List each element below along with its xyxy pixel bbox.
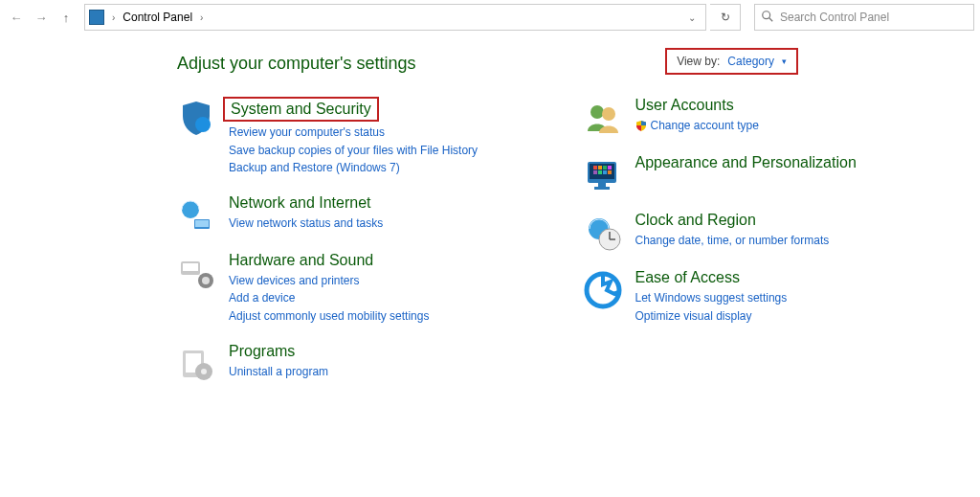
svg-rect-5 xyxy=(195,220,209,227)
category-system-security: System and Security Review your computer… xyxy=(177,97,555,177)
svg-rect-20 xyxy=(603,166,607,169)
svg-point-14 xyxy=(590,105,604,119)
svg-rect-25 xyxy=(608,170,612,174)
category-title-system-security[interactable]: System and Security xyxy=(223,97,379,122)
category-title-ease-of-access[interactable]: Ease of Access xyxy=(635,269,740,286)
category-link[interactable]: Optimize visual display xyxy=(635,307,788,326)
svg-point-9 xyxy=(202,277,210,284)
svg-rect-24 xyxy=(603,170,607,174)
view-by-value[interactable]: Category xyxy=(727,55,774,68)
shield-icon xyxy=(635,119,647,137)
search-icon xyxy=(761,10,774,26)
control-panel-icon xyxy=(89,10,104,25)
user-accounts-icon xyxy=(584,99,622,137)
category-link[interactable]: Let Windows suggest settings xyxy=(635,289,788,307)
svg-line-1 xyxy=(769,17,773,21)
svg-rect-18 xyxy=(593,166,597,169)
system-security-icon xyxy=(177,99,215,137)
category-ease-of-access: Ease of Access Let Windows suggest setti… xyxy=(584,269,962,325)
page-title: Adjust your computer's settings xyxy=(177,54,961,74)
category-link[interactable]: Change date, time, or number formats xyxy=(635,232,830,250)
search-input[interactable] xyxy=(780,11,968,24)
category-link[interactable]: Review your computer's status xyxy=(229,124,478,142)
chevron-right-icon[interactable]: › xyxy=(198,12,205,23)
category-title-network-internet[interactable]: Network and Internet xyxy=(229,194,371,212)
category-title-clock-region[interactable]: Clock and Region xyxy=(635,212,756,229)
up-button[interactable]: ↑ xyxy=(56,7,77,28)
view-by-label: View by: xyxy=(677,55,720,68)
clock-region-icon xyxy=(584,214,622,252)
category-column-right: User Accounts Change account type Appear… xyxy=(584,97,962,400)
svg-rect-22 xyxy=(593,170,597,174)
svg-rect-21 xyxy=(608,166,612,169)
category-network-internet: Network and Internet View network status… xyxy=(177,194,555,235)
svg-rect-27 xyxy=(594,187,610,190)
category-link-text: Change account type xyxy=(651,119,759,132)
svg-rect-7 xyxy=(183,263,198,271)
programs-icon xyxy=(177,345,215,383)
svg-point-15 xyxy=(602,107,615,121)
category-link[interactable]: Uninstall a program xyxy=(229,363,328,381)
svg-point-13 xyxy=(201,369,207,374)
category-link[interactable]: View devices and printers xyxy=(229,272,429,290)
svg-point-2 xyxy=(195,117,211,132)
view-by-selector[interactable]: View by: Category ▾ xyxy=(665,48,798,75)
svg-point-0 xyxy=(763,11,770,18)
category-link[interactable]: Change account type xyxy=(635,117,759,137)
svg-rect-23 xyxy=(598,170,602,174)
chevron-down-icon[interactable]: ⌄ xyxy=(682,12,702,23)
refresh-button[interactable]: ↻ xyxy=(710,4,741,31)
category-programs: Programs Uninstall a program xyxy=(177,343,555,383)
category-user-accounts: User Accounts Change account type xyxy=(584,97,962,137)
category-title-appearance[interactable]: Appearance and Personalization xyxy=(635,154,857,171)
back-button[interactable]: ← xyxy=(6,7,27,28)
address-bar[interactable]: › Control Panel › ⌄ xyxy=(84,4,706,31)
breadcrumb-root[interactable]: Control Panel xyxy=(122,11,192,24)
chevron-down-icon[interactable]: ▾ xyxy=(782,56,787,66)
category-title-user-accounts[interactable]: User Accounts xyxy=(635,97,734,114)
category-appearance-personalization: Appearance and Personalization xyxy=(584,154,962,194)
hardware-sound-icon xyxy=(177,254,215,292)
appearance-personalization-icon xyxy=(584,156,622,194)
forward-button[interactable]: → xyxy=(31,7,52,28)
category-clock-region: Clock and Region Change date, time, or n… xyxy=(584,212,962,252)
category-link[interactable]: Adjust commonly used mobility settings xyxy=(229,307,429,326)
category-title-hardware-sound[interactable]: Hardware and Sound xyxy=(229,252,373,269)
category-link[interactable]: View network status and tasks xyxy=(229,215,383,233)
category-title-programs[interactable]: Programs xyxy=(229,343,295,360)
chevron-right-icon[interactable]: › xyxy=(110,12,117,23)
category-link[interactable]: Add a device xyxy=(229,289,429,307)
search-box[interactable] xyxy=(754,4,974,31)
ease-of-access-icon xyxy=(584,271,622,309)
category-hardware-sound: Hardware and Sound View devices and prin… xyxy=(177,252,555,326)
nav-bar: ← → ↑ › Control Panel › ⌄ ↻ xyxy=(0,0,980,34)
network-internet-icon xyxy=(177,196,215,235)
svg-rect-26 xyxy=(598,183,606,187)
category-link[interactable]: Backup and Restore (Windows 7) xyxy=(229,159,478,177)
svg-rect-19 xyxy=(598,166,602,169)
category-link[interactable]: Save backup copies of your files with Fi… xyxy=(229,142,478,160)
category-column-left: System and Security Review your computer… xyxy=(177,97,555,400)
